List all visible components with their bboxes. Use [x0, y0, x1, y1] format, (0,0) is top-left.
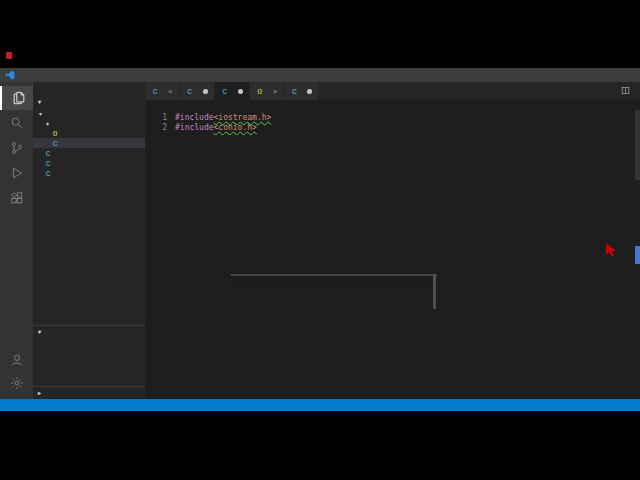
account-icon[interactable]: [0, 348, 33, 372]
code-text: #include<conio.h>: [175, 123, 257, 133]
explorer-sidebar: ▾ ▾▾{}CCCC ▾ ▸: [33, 82, 145, 399]
source-control-icon[interactable]: [0, 136, 33, 160]
activity-bar: [0, 82, 33, 399]
breadcrumb[interactable]: [145, 100, 640, 110]
tab-c-cpp-properties-json[interactable]: {}×: [250, 82, 285, 100]
code-editor[interactable]: 1#include<iostream.h>2#include<conio.h>: [145, 110, 640, 399]
sidebar-title-row: [33, 82, 145, 96]
c-file-icon: C: [44, 160, 52, 167]
c-file-icon: C: [51, 140, 59, 147]
recording-indicator: [6, 52, 12, 59]
tab-bar-row: C×CC{}×C: [145, 82, 640, 100]
code-lines: 1#include<iostream.h>2#include<conio.h>: [145, 113, 570, 132]
file-tree: ▾▾{}CCCC: [33, 108, 145, 178]
c-file-icon: C: [290, 88, 298, 95]
tree-item-2[interactable]: C: [33, 148, 145, 158]
suggest-widget: [231, 274, 437, 276]
pointer-arrow: [605, 243, 619, 259]
chevron-down-icon: ▾: [36, 326, 43, 338]
extensions-icon[interactable]: [0, 186, 33, 210]
tree-item-first-code[interactable]: C: [33, 158, 145, 168]
close-icon[interactable]: ×: [273, 87, 278, 96]
outline-message: [33, 338, 145, 344]
tab-c[interactable]: C: [215, 82, 250, 100]
tab-bar: C×CC{}×C: [145, 82, 319, 100]
minimize-button[interactable]: [589, 68, 606, 82]
c-file-icon: C: [44, 170, 52, 177]
code-text: #include<iostream.h>: [175, 113, 271, 123]
tree-item-c-program[interactable]: ▾: [33, 108, 145, 118]
line-number: 2: [145, 123, 167, 133]
editor-actions: [616, 82, 640, 100]
status-bar: [0, 399, 640, 411]
tab-thir[interactable]: C: [284, 82, 319, 100]
tree-item-vscode[interactable]: ▾: [33, 118, 145, 128]
c-file-icon: C: [151, 88, 159, 95]
vscode-window: ▾ ▾▾{}CCCC ▾ ▸: [0, 68, 640, 411]
search-icon[interactable]: [0, 111, 33, 135]
tree-item-thir[interactable]: C: [33, 168, 145, 178]
c-file-icon: C: [44, 150, 52, 157]
chevron-down-icon: ▾: [37, 110, 44, 117]
line-number: 1: [145, 113, 167, 123]
outline-header[interactable]: ▾: [33, 326, 145, 338]
dirty-dot-icon[interactable]: [238, 89, 243, 94]
vscode-logo-icon: [5, 70, 15, 80]
tree-item-c[interactable]: C: [33, 138, 145, 148]
run-debug-icon[interactable]: [0, 161, 33, 185]
chevron-down-icon: ▾: [44, 120, 51, 127]
video-frame: ▾ ▾▾{}CCCC ▾ ▸: [0, 0, 640, 480]
close-button[interactable]: [623, 68, 640, 82]
json-file-icon: {}: [51, 130, 59, 136]
timeline-header[interactable]: ▸: [33, 387, 145, 399]
c-file-icon: C: [186, 88, 194, 95]
tree-item-c-cpp-properties-json[interactable]: {}: [33, 128, 145, 138]
chevron-down-icon: ▾: [36, 96, 43, 108]
title-bar: [0, 68, 640, 82]
tab-first-code[interactable]: C×: [145, 82, 180, 100]
code-line: 1#include<iostream.h>: [145, 113, 570, 123]
settings-icon[interactable]: [0, 371, 33, 395]
suggest-scrollbar[interactable]: [433, 275, 436, 309]
split-editor-icon[interactable]: [621, 86, 630, 97]
json-file-icon: {}: [256, 88, 264, 94]
editor-group: C×CC{}×C 1#include<iostream.h>2#include<…: [145, 82, 640, 399]
dirty-dot-icon[interactable]: [203, 89, 208, 94]
code-line: 2#include<conio.h>: [145, 123, 570, 133]
c-file-icon: C: [221, 88, 229, 95]
dirty-dot-icon[interactable]: [307, 89, 312, 94]
outline-section: ▾: [33, 325, 145, 344]
chevron-right-icon: ▸: [36, 387, 43, 399]
maximize-button[interactable]: [606, 68, 623, 82]
workbench: ▾ ▾▾{}CCCC ▾ ▸: [0, 82, 640, 399]
workspace-section-header[interactable]: ▾: [33, 96, 145, 108]
close-icon[interactable]: ×: [168, 87, 173, 96]
scrollbar[interactable]: [635, 110, 640, 180]
overview-ruler-cursor-marker: [635, 246, 640, 264]
explorer-icon[interactable]: [0, 86, 35, 110]
tab-2[interactable]: C: [180, 82, 215, 100]
window-controls: [589, 68, 640, 82]
timeline-section: ▸: [33, 386, 145, 399]
